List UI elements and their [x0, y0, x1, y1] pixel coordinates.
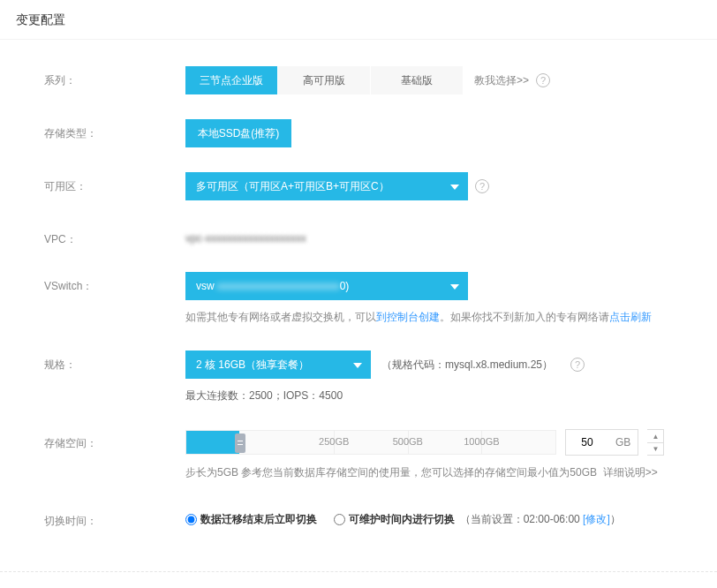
- page-title: 变更配置: [0, 0, 717, 40]
- storage-label: 存储空间：: [44, 429, 185, 451]
- storage-input-wrap: GB: [565, 429, 638, 456]
- chevron-down-icon: [450, 180, 459, 192]
- storage-hint: 步长为5GB 参考您当前数据库存储空间的使用量，您可以选择的存储空间最小值为50…: [185, 464, 701, 481]
- radio-input[interactable]: [185, 514, 197, 525]
- series-tabs: 三节点企业版 高可用版 基础版 教我选择>> ?: [185, 66, 701, 94]
- slider-mark-label: 250GB: [319, 436, 349, 447]
- vswitch-select-value: vsw: [196, 280, 215, 292]
- stepper-up-icon[interactable]: ▲: [647, 430, 663, 443]
- config-form: 系列： 三节点企业版 高可用版 基础版 教我选择>> ? 存储类型： 本地SSD…: [0, 40, 717, 571]
- row-switch-time: 切换时间： 数据迁移结束后立即切换 可维护时间内进行切换 （当前设置：02:00…: [44, 507, 701, 529]
- series-option-basic[interactable]: 基础版: [371, 66, 463, 94]
- radio-input[interactable]: [334, 514, 345, 525]
- console-create-link[interactable]: 到控制台创建: [376, 311, 440, 323]
- spec-code: （规格代码：mysql.x8.medium.25）: [381, 358, 553, 373]
- storage-stepper: ▲ ▼: [647, 429, 664, 456]
- storage-type-label: 存储类型：: [44, 119, 185, 141]
- vpc-label: VPC：: [44, 225, 185, 247]
- series-option-ha[interactable]: 高可用版: [278, 66, 370, 94]
- storage-type-option[interactable]: 本地SSD盘(推荐): [185, 119, 291, 147]
- row-vpc: VPC： vpc-xxxxxxxxxxxxxxxxxxx: [44, 225, 701, 247]
- series-help-link[interactable]: 教我选择>>: [474, 73, 529, 88]
- series-label: 系列：: [44, 66, 185, 88]
- slider-handle[interactable]: [235, 433, 245, 453]
- row-series: 系列： 三节点企业版 高可用版 基础版 教我选择>> ?: [44, 66, 701, 94]
- series-option-enterprise[interactable]: 三节点企业版: [185, 66, 277, 94]
- storage-slider[interactable]: 250GB 500GB 1000GB: [185, 430, 556, 455]
- switch-immediate-radio[interactable]: 数据迁移结束后立即切换: [185, 512, 317, 527]
- help-icon[interactable]: ?: [475, 179, 489, 193]
- switch-maintain-radio[interactable]: 可维护时间内进行切换: [334, 512, 455, 527]
- storage-detail-link[interactable]: 详细说明>>: [603, 466, 658, 479]
- refresh-link[interactable]: 点击刷新: [609, 311, 652, 323]
- row-spec: 规格： 2 核 16GB（独享套餐） （规格代码：mysql.x8.medium…: [44, 351, 701, 404]
- vswitch-hint: 如需其他专有网络或者虚拟交换机，可以到控制台创建。如果你找不到新加入的专有网络请…: [185, 309, 701, 326]
- row-vswitch: VSwitch： vsw-xxxxxxxxxxxxxxxxxxxxxxx0) 如…: [44, 272, 701, 326]
- storage-unit: GB: [608, 436, 638, 449]
- switch-time-label: 切换时间：: [44, 507, 185, 529]
- slider-mark-label: 500GB: [393, 436, 423, 447]
- switch-current: （当前设置：02:00-06:00 [修改]）: [460, 512, 621, 527]
- zone-select[interactable]: 多可用区（可用区A+可用区B+可用区C）: [185, 172, 468, 200]
- zone-select-value: 多可用区（可用区A+可用区B+可用区C）: [196, 179, 389, 194]
- help-icon[interactable]: ?: [570, 358, 585, 372]
- vswitch-label: VSwitch：: [44, 272, 185, 294]
- zone-label: 可用区：: [44, 172, 185, 194]
- spec-label: 规格：: [44, 351, 185, 373]
- chevron-down-icon: [353, 358, 362, 371]
- footer-notice: RDS变更配置可能涉及底层数据迁移，请您耐心等待。在迁移完成后会进行切换，切换时…: [0, 571, 717, 588]
- chevron-down-icon: [450, 280, 459, 292]
- modify-link[interactable]: [修改]: [583, 513, 610, 525]
- row-zone: 可用区： 多可用区（可用区A+可用区B+可用区C） ?: [44, 172, 701, 200]
- spec-select-value: 2 核 16GB（独享套餐）: [196, 358, 309, 373]
- spec-meta: 最大连接数：2500；IOPS：4500: [185, 388, 701, 404]
- row-storage-type: 存储类型： 本地SSD盘(推荐): [44, 119, 701, 147]
- row-storage: 存储空间： 250GB 500GB 1000GB GB: [44, 429, 701, 481]
- help-icon[interactable]: ?: [536, 73, 550, 87]
- vpc-value: vpc-xxxxxxxxxxxxxxxxxxx: [185, 225, 701, 245]
- slider-track: [186, 431, 239, 454]
- spec-select[interactable]: 2 核 16GB（独享套餐）: [185, 351, 371, 379]
- vswitch-select[interactable]: vsw-xxxxxxxxxxxxxxxxxxxxxxx0): [185, 272, 468, 300]
- stepper-down-icon[interactable]: ▼: [647, 443, 663, 456]
- slider-mark-label: 1000GB: [464, 436, 499, 447]
- storage-input[interactable]: [566, 430, 608, 455]
